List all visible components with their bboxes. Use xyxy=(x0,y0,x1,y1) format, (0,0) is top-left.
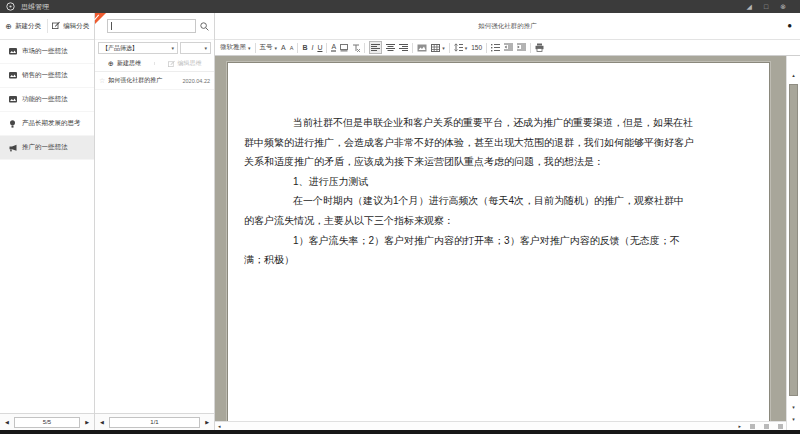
view-mode-icon[interactable] xyxy=(750,424,755,429)
thought-title: 如何强化社群的推广 xyxy=(108,76,179,85)
vertical-scroll-thumb[interactable] xyxy=(789,84,798,396)
print-button[interactable] xyxy=(535,43,544,52)
maximize-button[interactable]: □ xyxy=(764,0,768,13)
corner-flag-icon xyxy=(95,13,106,24)
window-bottom-border xyxy=(0,430,800,434)
filter-row: 【产品筛选】 ▾ ▾ xyxy=(95,40,214,56)
search-row xyxy=(95,13,214,40)
window-titlebar: 思维管理 ◢ □ ⊗ xyxy=(0,0,800,13)
filter-secondary-dropdown[interactable]: ▾ xyxy=(180,42,211,54)
font-family-dropdown[interactable]: 微软雅黑 ▾ xyxy=(220,43,251,52)
category-label: 功能的一些想法 xyxy=(22,95,68,104)
italic-button[interactable]: I xyxy=(311,44,313,51)
pencil-icon xyxy=(168,60,175,68)
new-thought-button[interactable]: ⊕ 新建思维 xyxy=(95,56,154,71)
grow-font-button[interactable]: A xyxy=(281,44,286,51)
line-spacing-dropdown[interactable]: ▾ xyxy=(454,43,468,52)
new-category-label: 新建分类 xyxy=(15,22,41,31)
image-icon xyxy=(8,96,17,103)
edit-category-label: 编辑分类 xyxy=(63,22,89,31)
close-button[interactable]: ⊗ xyxy=(780,0,786,13)
search-input[interactable] xyxy=(107,19,196,33)
next-page-button[interactable]: ▶ xyxy=(203,419,211,425)
font-family-value: 微软雅黑 xyxy=(220,43,246,52)
thought-list-panel: 【产品筛选】 ▾ ▾ ⊕ 新建思维 编辑思维 ☆ 如何强化社群的推广 2020.… xyxy=(95,13,215,430)
image-icon xyxy=(8,48,17,55)
document-title: 如何强化社群的推广 xyxy=(478,22,537,31)
search-icon[interactable] xyxy=(200,22,209,31)
shrink-font-button[interactable]: A xyxy=(290,45,294,51)
chevron-down-icon: ▾ xyxy=(168,45,174,51)
insert-image-button[interactable] xyxy=(417,44,427,52)
next-page-button[interactable]: ▶ xyxy=(83,419,91,425)
sidebar-item-sales[interactable]: 销售的一些想法 xyxy=(0,64,94,88)
align-center-button[interactable] xyxy=(386,43,395,52)
view-mode-icon[interactable] xyxy=(764,424,769,429)
edit-category-button[interactable]: 编辑分类 xyxy=(48,13,95,39)
editor-canvas: 当前社群不但是串联企业和客户关系的重要平台，还成为推广的重要渠道，但是，如果在社… xyxy=(215,56,786,421)
indent-decrease-button[interactable] xyxy=(504,43,513,52)
chevron-down-icon: ▾ xyxy=(465,45,468,51)
align-right-button[interactable] xyxy=(399,43,408,52)
sidebar-header: ⊕ 新建分类 编辑分类 xyxy=(0,13,94,40)
horizontal-scrollbar[interactable]: ◂ ▸ xyxy=(215,421,786,430)
sidebar-item-market[interactable]: 市场的一些想法 xyxy=(0,40,94,64)
sidebar-item-features[interactable]: 功能的一些想法 xyxy=(0,88,94,112)
star-icon[interactable]: ☆ xyxy=(99,77,105,85)
plus-circle-icon: ⊕ xyxy=(6,22,12,31)
paragraph: 1、进行压力测试 xyxy=(244,172,694,192)
page-indicator: 5/5 xyxy=(14,417,80,428)
scroll-right-icon[interactable]: ▸ xyxy=(738,423,741,429)
new-thought-label: 新建思维 xyxy=(117,59,141,68)
sidebar-item-product-longterm[interactable]: 产品长期发展的思考 xyxy=(0,112,94,136)
toolbar-divider xyxy=(412,43,413,53)
plus-circle-icon: ⊕ xyxy=(108,60,114,68)
indent-increase-button[interactable] xyxy=(517,43,526,52)
scroll-left-icon[interactable]: ◂ xyxy=(218,423,221,429)
editor-toolbar: 微软雅黑 ▾ 五号 ▾ A A B I U A xyxy=(215,40,800,56)
document-body: 当前社群不但是串联企业和客户关系的重要平台，还成为推广的重要渠道，但是，如果在社… xyxy=(228,63,769,270)
bold-button[interactable]: B xyxy=(302,44,307,51)
line-spacing-value: 150 xyxy=(471,44,482,51)
toolbar-divider xyxy=(255,43,256,53)
edit-thought-button[interactable]: 编辑思维 xyxy=(155,56,214,71)
thought-date: 2020.04.22 xyxy=(182,78,210,84)
document-titlebar: 如何强化社群的推广 ● xyxy=(215,13,800,40)
page-down-icon[interactable]: ▾ xyxy=(787,416,800,422)
prev-page-button[interactable]: ◀ xyxy=(98,419,106,425)
clear-format-button[interactable] xyxy=(352,44,360,52)
underline-button[interactable]: U xyxy=(317,44,322,51)
vertical-scrollbar[interactable]: ▴ ▾ ▾ xyxy=(786,56,800,430)
highlight-color-button[interactable] xyxy=(340,44,348,52)
app-title: 思维管理 xyxy=(21,2,49,12)
document-page[interactable]: 当前社群不但是串联企业和客户关系的重要平台，还成为推广的重要渠道，但是，如果在社… xyxy=(227,62,770,421)
filter-primary-dropdown[interactable]: 【产品筛选】 ▾ xyxy=(98,42,178,54)
text-caret xyxy=(111,22,112,30)
app-logo-icon xyxy=(6,2,15,11)
minimize-button[interactable]: ◢ xyxy=(747,0,752,13)
font-size-dropdown[interactable]: 五号 ▾ xyxy=(260,43,278,52)
font-color-button[interactable]: A xyxy=(331,43,336,52)
filter-primary-value: 【产品筛选】 xyxy=(102,44,138,53)
category-label: 市场的一些想法 xyxy=(22,47,68,56)
table-icon xyxy=(431,44,440,52)
line-spacing-icon xyxy=(454,43,463,52)
megaphone-icon xyxy=(8,144,17,152)
align-left-button[interactable] xyxy=(369,41,382,54)
sidebar-item-promotion[interactable]: 推广的一些想法 xyxy=(0,136,94,160)
document-menu-icon[interactable]: ● xyxy=(787,22,792,30)
view-mode-icon[interactable] xyxy=(778,424,783,429)
window-controls: ◢ □ ⊗ xyxy=(747,0,795,13)
image-icon xyxy=(8,72,17,79)
scroll-up-icon[interactable]: ▴ xyxy=(787,72,800,78)
prev-page-button[interactable]: ◀ xyxy=(3,419,11,425)
scroll-down-icon[interactable]: ▾ xyxy=(787,404,800,410)
ordered-list-button[interactable] xyxy=(491,43,500,52)
insert-table-dropdown[interactable]: ▾ xyxy=(431,44,445,52)
new-category-button[interactable]: ⊕ 新建分类 xyxy=(0,13,47,39)
page-indicator: 1/1 xyxy=(109,417,200,428)
toolbar-divider xyxy=(297,43,298,53)
thought-list-item[interactable]: ☆ 如何强化社群的推广 2020.04.22 xyxy=(95,72,214,90)
sidebar-pager: ◀ 5/5 ▶ xyxy=(0,413,94,430)
paragraph: 当前社群不但是串联企业和客户关系的重要平台，还成为推广的重要渠道，但是，如果在社… xyxy=(244,113,694,172)
